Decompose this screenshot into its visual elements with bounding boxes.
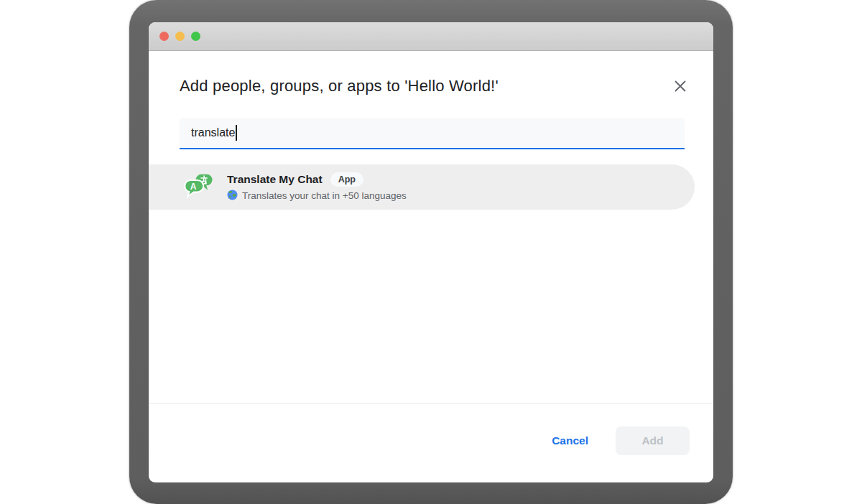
globe-icon [227,190,238,202]
app-window: Add people, groups, or apps to 'Hello Wo… [149,22,713,482]
result-description: Translates your chat in +50 languages [227,190,407,202]
result-text: Translate My Chat App Translates your ch… [227,172,407,202]
close-icon [674,80,687,95]
dialog-header: Add people, groups, or apps to 'Hello Wo… [149,51,713,97]
text-cursor [236,125,237,141]
app-badge: App [330,172,363,187]
result-title-line: Translate My Chat App [227,172,407,187]
result-app-name: Translate My Chat [227,173,323,186]
cancel-button[interactable]: Cancel [552,434,588,447]
search-field-wrap: translate [180,118,685,149]
search-result-translate-my-chat[interactable]: A Translate My Chat App [149,164,695,210]
device-frame: Add people, groups, or apps to 'Hello Wo… [129,0,733,504]
minimize-window-button[interactable] [175,32,185,41]
close-window-button[interactable] [159,32,169,41]
svg-text:A: A [190,182,197,192]
add-members-dialog: Add people, groups, or apps to 'Hello Wo… [149,51,713,482]
zoom-window-button[interactable] [191,32,200,41]
search-input[interactable]: translate [180,118,685,149]
close-dialog-button[interactable] [672,78,689,95]
dialog-footer: Cancel Add [149,403,713,482]
add-button[interactable]: Add [616,426,690,455]
window-titlebar[interactable] [149,22,713,51]
dialog-title: Add people, groups, or apps to 'Hello Wo… [180,77,499,95]
result-description-text: Translates your chat in +50 languages [242,190,407,201]
screenshot-stage: Add people, groups, or apps to 'Hello Wo… [0,0,862,504]
search-input-value: translate [191,126,235,139]
translate-speech-bubbles-icon: A [181,172,213,203]
